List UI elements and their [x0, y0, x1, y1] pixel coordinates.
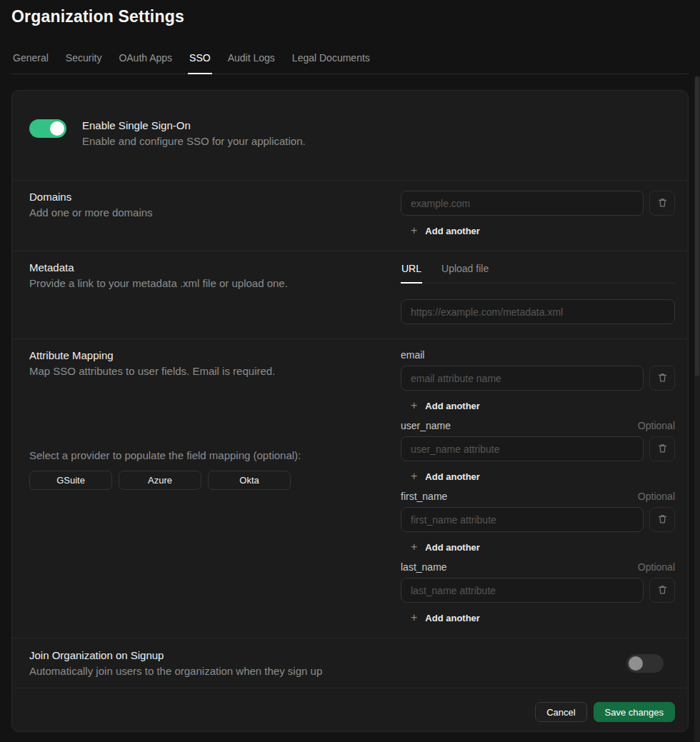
field-group-email: email + Ad — [401, 349, 675, 411]
plus-icon: + — [411, 541, 417, 553]
user-name-attribute-input[interactable] — [401, 436, 644, 461]
plus-icon: + — [411, 612, 417, 623]
metadata-title: Metadata — [29, 261, 372, 274]
add-domain-button[interactable]: + Add another — [411, 225, 675, 236]
last-name-attribute-input[interactable] — [401, 578, 644, 603]
domains-description: Add one or more domains — [29, 206, 372, 219]
attribute-mapping-section: Attribute Mapping Map SSO attributes to … — [12, 339, 688, 638]
plus-icon: + — [411, 400, 417, 411]
enable-sso-section: Enable Single Sign-On Enable and configu… — [12, 91, 688, 181]
tab-sso[interactable]: SSO — [188, 52, 212, 74]
field-label-email: email — [401, 349, 424, 361]
toggle-knob — [629, 656, 643, 671]
field-group-user-name: user_name Optional — [401, 420, 675, 482]
attribute-mapping-description: Map SSO attributes to user fields. Email… — [29, 365, 372, 377]
tab-oauth-apps[interactable]: OAuth Apps — [117, 52, 174, 74]
first-name-attribute-input[interactable] — [401, 507, 644, 532]
enable-sso-text: Enable Single Sign-On Enable and configu… — [82, 119, 306, 147]
field-label-last-name: last_name — [401, 561, 447, 573]
provider-azure-button[interactable]: Azure — [119, 471, 201, 490]
domains-section: Domains Add one or more domains + — [12, 181, 688, 251]
optional-badge: Optional — [638, 491, 675, 502]
field-group-first-name: first_name Optional — [401, 491, 675, 553]
trash-icon — [657, 197, 668, 210]
metadata-url-input[interactable] — [401, 299, 675, 324]
metadata-description: Provide a link to your metadata .xml fil… — [29, 277, 372, 289]
optional-badge: Optional — [638, 420, 675, 431]
add-first-name-mapping-button[interactable]: + Add another — [411, 541, 675, 553]
plus-icon: + — [411, 225, 417, 236]
metadata-tab-upload-file[interactable]: Upload file — [441, 261, 489, 283]
trash-icon — [657, 372, 668, 385]
scrollbar[interactable] — [694, 76, 700, 742]
trash-icon — [657, 513, 668, 526]
email-attribute-input[interactable] — [401, 366, 644, 391]
delete-first-name-mapping-button[interactable] — [649, 507, 675, 532]
join-signup-section: Join Organization on Signup Automaticall… — [12, 638, 688, 688]
delete-user-name-mapping-button[interactable] — [649, 436, 675, 461]
tab-security[interactable]: Security — [64, 52, 104, 74]
toggle-knob — [50, 121, 64, 136]
scrollbar-thumb[interactable] — [695, 76, 699, 376]
tab-legal-documents[interactable]: Legal Documents — [291, 52, 371, 74]
delete-last-name-mapping-button[interactable] — [649, 578, 675, 603]
footer-actions: Cancel Save changes — [12, 688, 688, 731]
join-signup-description: Automatically join users to the organiza… — [29, 665, 322, 677]
cancel-button[interactable]: Cancel — [535, 702, 586, 722]
tab-general[interactable]: General — [11, 52, 50, 74]
page-title: Organization Settings — [11, 0, 689, 26]
metadata-subtabs: URL Upload file — [401, 261, 675, 284]
add-last-name-mapping-button[interactable]: + Add another — [411, 612, 675, 623]
attribute-mapping-title: Attribute Mapping — [29, 349, 372, 361]
delete-email-mapping-button[interactable] — [649, 366, 675, 391]
enable-sso-toggle[interactable] — [29, 119, 66, 138]
delete-domain-button[interactable] — [649, 191, 675, 216]
optional-badge: Optional — [638, 561, 675, 573]
plus-icon: + — [411, 471, 417, 482]
provider-gsuite-button[interactable]: GSuite — [29, 471, 112, 490]
trash-icon — [657, 443, 668, 456]
enable-sso-description: Enable and configure SSO for your applic… — [82, 135, 306, 147]
save-changes-button[interactable]: Save changes — [594, 702, 675, 722]
organization-settings-page: Organization Settings General Security O… — [0, 0, 700, 732]
join-signup-title: Join Organization on Signup — [29, 649, 322, 661]
join-signup-toggle[interactable] — [626, 654, 664, 673]
tab-audit-logs[interactable]: Audit Logs — [226, 52, 276, 74]
metadata-section: Metadata Provide a link to your metadata… — [12, 251, 688, 339]
trash-icon — [657, 584, 668, 597]
metadata-tab-url[interactable]: URL — [401, 261, 422, 284]
domains-title: Domains — [29, 191, 372, 203]
enable-sso-label: Enable Single Sign-On — [82, 119, 306, 131]
field-group-last-name: last_name Optional — [401, 561, 675, 623]
add-user-name-mapping-button[interactable]: + Add another — [411, 471, 675, 482]
field-label-first-name: first_name — [401, 491, 447, 502]
sso-settings-card: Enable Single Sign-On Enable and configu… — [11, 90, 689, 732]
tab-bar: General Security OAuth Apps SSO Audit Lo… — [11, 52, 689, 74]
field-label-user-name: user_name — [401, 420, 451, 431]
domain-input-row — [401, 191, 675, 216]
provider-buttons: GSuite Azure Okta — [29, 471, 372, 490]
provider-okta-button[interactable]: Okta — [208, 471, 291, 490]
add-email-mapping-button[interactable]: + Add another — [411, 400, 675, 411]
domain-input[interactable] — [401, 191, 644, 216]
provider-hint: Select a provider to populate the field … — [29, 449, 372, 461]
